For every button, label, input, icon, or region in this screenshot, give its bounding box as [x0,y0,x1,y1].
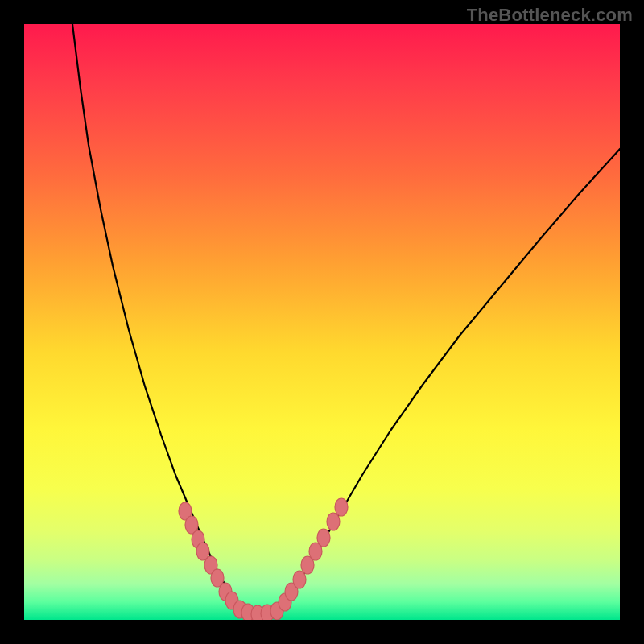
marker-dot [293,571,306,588]
plot-area [24,24,620,620]
marker-dots [179,498,348,620]
v-curve-path [72,24,620,615]
curve-svg [24,24,620,620]
app-frame: TheBottleneck.com [0,0,644,644]
marker-dot [317,529,330,547]
watermark-text: TheBottleneck.com [467,5,633,26]
marker-dot [327,513,340,530]
marker-dot [335,498,348,516]
v-curve [72,24,620,615]
